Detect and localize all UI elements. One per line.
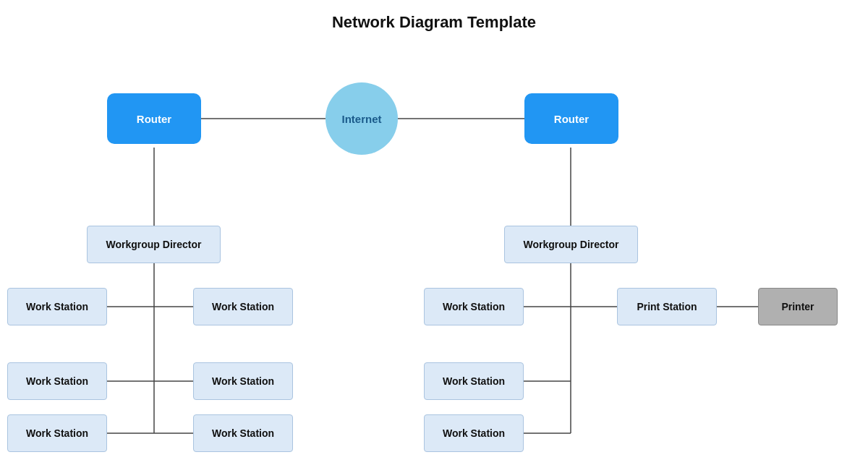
ws-left-2-node: Work Station	[7, 362, 107, 400]
ws-right-left-2-node: Work Station	[193, 362, 293, 400]
printer-node: Printer	[758, 288, 838, 325]
ws-right-right-1-node: Work Station	[424, 288, 524, 325]
ws-right-right-2-node: Work Station	[424, 362, 524, 400]
router-right-node: Router	[524, 93, 618, 144]
print-station-node: Print Station	[617, 288, 717, 325]
workgroup-left-node: Workgroup Director	[87, 226, 221, 263]
page-title: Network Diagram Template	[0, 0, 868, 39]
router-left-node: Router	[107, 93, 201, 144]
workgroup-right-node: Workgroup Director	[504, 226, 638, 263]
ws-left-1-node: Work Station	[7, 288, 107, 325]
internet-node: Internet	[326, 82, 398, 155]
ws-right-right-3-node: Work Station	[424, 414, 524, 452]
ws-right-left-3-node: Work Station	[193, 414, 293, 452]
ws-right-left-1-node: Work Station	[193, 288, 293, 325]
ws-left-3-node: Work Station	[7, 414, 107, 452]
